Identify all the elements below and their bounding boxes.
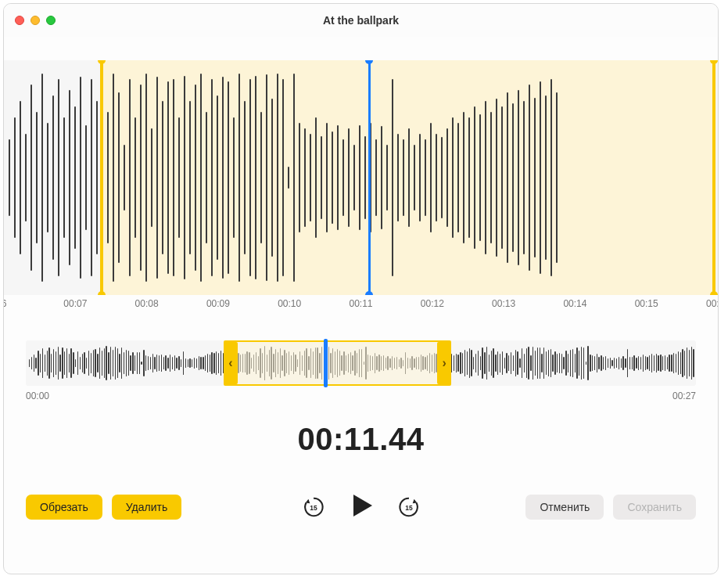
overview-waveform[interactable]: ‹ › [26, 340, 696, 386]
trim-handle-right[interactable] [712, 60, 715, 295]
overview-playhead[interactable] [324, 339, 328, 387]
trim-button[interactable]: Обрезать [26, 495, 102, 520]
delete-button[interactable]: Удалить [112, 495, 181, 520]
window-controls [15, 16, 56, 25]
waveform-bars [4, 60, 718, 295]
ruler-tick: 00:11 [349, 298, 372, 309]
ruler-tick: 00:08 [135, 298, 159, 309]
trim-handle-left[interactable] [100, 60, 103, 295]
window-title: At the ballpark [4, 14, 718, 27]
editor-body: 600:0700:0800:0900:1000:1100:1200:1300:1… [4, 37, 718, 574]
overview-selection[interactable]: ‹ › [224, 340, 451, 386]
svg-text:15: 15 [405, 504, 413, 512]
transport-controls: 15 15 [302, 491, 421, 523]
svg-text:15: 15 [310, 504, 317, 512]
cancel-button[interactable]: Отменить [525, 495, 604, 520]
main-waveform[interactable] [4, 60, 718, 295]
playhead[interactable] [368, 60, 371, 295]
overview-time-labels: 00:00 00:27 [26, 390, 696, 401]
ruler-tick: 00:12 [421, 298, 444, 309]
ruler-tick: 00:09 [206, 298, 230, 309]
ruler-tick: 00:13 [492, 298, 515, 309]
play-icon[interactable] [347, 491, 375, 523]
overview-handle-left[interactable]: ‹ [224, 342, 238, 384]
overview-handle-right[interactable]: › [437, 342, 451, 384]
ruler-tick: 00:15 [635, 298, 658, 309]
zoom-icon[interactable] [46, 16, 56, 25]
overview-start-time: 00:00 [26, 390, 49, 401]
ruler-tick: 6 [3, 298, 6, 309]
current-time: 00:11.44 [4, 422, 718, 457]
time-ruler: 600:0700:0800:0900:1000:1100:1200:1300:1… [4, 298, 718, 318]
ruler-tick: 00:10 [278, 298, 301, 309]
overview-end-time: 00:27 [672, 390, 696, 401]
ruler-tick: 00:14 [563, 298, 586, 309]
titlebar: At the ballpark [4, 4, 718, 37]
minimize-icon[interactable] [30, 16, 40, 25]
save-button[interactable]: Сохранить [613, 495, 696, 520]
skip-forward-15-icon[interactable]: 15 [397, 495, 421, 519]
skip-back-15-icon[interactable]: 15 [302, 495, 325, 519]
editor-window: At the ballpark 600:0700:0800:0900:1000:… [3, 3, 719, 574]
ruler-tick: 00:07 [63, 298, 87, 309]
ruler-tick: 00:16 [706, 298, 719, 309]
close-icon[interactable] [15, 16, 24, 25]
toolbar: Обрезать Удалить 15 15 Отменить Сохранит… [26, 491, 696, 523]
